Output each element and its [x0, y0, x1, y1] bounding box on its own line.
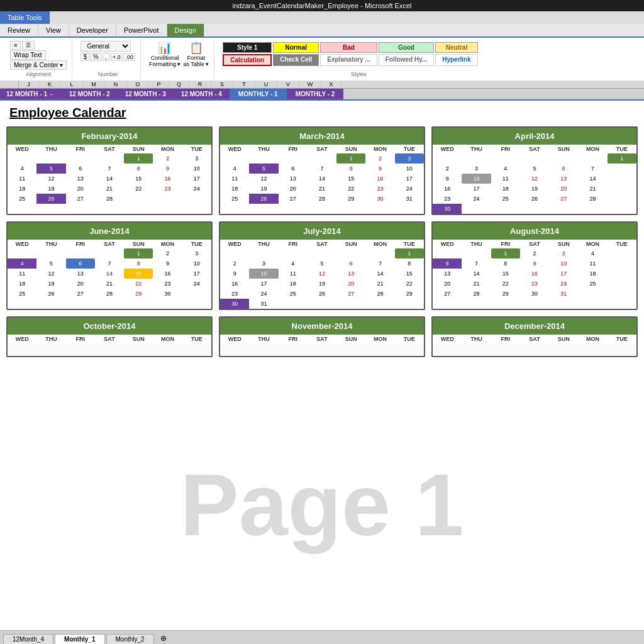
review-tab[interactable]: Review: [0, 24, 38, 36]
align-center-btn[interactable]: ☰: [22, 41, 35, 50]
jul-days-header: WED THU FRI SAT SUN MON TUE: [220, 240, 424, 248]
col-U: U: [255, 80, 277, 88]
feb-d24: 24: [182, 184, 211, 194]
feb-d26: 26: [36, 194, 65, 204]
col-T: T: [233, 80, 255, 88]
sheet-tab-12month4[interactable]: 12Month_4: [3, 634, 53, 644]
middle-calendars-grid: June-2014 WED THU FRI SAT SUN MON TUE 1 …: [6, 221, 638, 310]
bottom-calendars-grid: October-2014 WED THU FRI SAT SUN MON TUE…: [6, 316, 638, 357]
dec-header: December-2014: [433, 318, 636, 335]
feb-d23: 23: [153, 184, 182, 194]
feb-d2: 2: [153, 153, 182, 164]
feb-d00: [36, 153, 65, 164]
apr-body: 1 2 3 4 5 6 7 9 10 11 12 13 14 16 17 18 …: [433, 153, 636, 214]
oct-header: October-2014: [8, 318, 211, 335]
table-tools-tab[interactable]: Table Tools: [0, 11, 50, 24]
feb-d7: 7: [95, 164, 124, 174]
feb-d28: 28: [95, 194, 124, 204]
style-neutral-cell[interactable]: Neutral: [435, 42, 478, 53]
feb-d0: [8, 153, 36, 164]
nov-body: [220, 343, 424, 356]
styles-group: Style 1 Normal Bad Good Neutral Calculat…: [218, 40, 499, 79]
number-label: Number: [98, 71, 118, 77]
style-bad-cell[interactable]: Bad: [320, 42, 377, 53]
jun-days-header: WED THU FRI SAT SUN MON TUE: [8, 240, 211, 248]
style-followed-cell[interactable]: Followed Hy...: [379, 54, 434, 66]
mar-days-header: WED THU FRI SAT SUN MON TUE: [220, 145, 424, 153]
feb-tue: TUE: [182, 145, 211, 153]
calendar-december: December-2014 WED THU FRI SAT SUN MON TU…: [431, 316, 638, 357]
wrap-text-btn[interactable]: Wrap Text: [10, 50, 46, 60]
style-calc-cell[interactable]: Calculation: [223, 54, 272, 66]
jul-header: July-2014: [220, 223, 424, 240]
feb-d27: 27: [66, 194, 95, 204]
feb-d21: 21: [95, 184, 124, 194]
ribbon-nav-tabs: Review View Developer PowerPivot Design: [0, 24, 644, 36]
tab-12month3[interactable]: 12 MONTH - 3: [118, 89, 174, 99]
design-tab[interactable]: Design: [167, 24, 204, 36]
feb-d20: 20: [66, 184, 95, 194]
sheet-tab-monthly1[interactable]: Monthly_1: [55, 634, 104, 644]
style-explanatory-cell[interactable]: Explanatory ...: [320, 54, 377, 66]
feb-d6: 6: [66, 164, 95, 174]
col-Q: Q: [169, 80, 189, 88]
col-X: X: [321, 80, 341, 88]
tab-monthly1[interactable]: MONTHLY - 1: [230, 89, 287, 99]
sheet-tab-add[interactable]: ⊕: [157, 633, 170, 644]
merge-center-btn[interactable]: Merge & Center ▾: [10, 60, 67, 70]
calendar-june: June-2014 WED THU FRI SAT SUN MON TUE 1 …: [6, 221, 213, 310]
powerpivot-tab[interactable]: PowerPivot: [116, 24, 167, 36]
sheet-nav-tabs: 12 MONTH - 1 ← 12 MONTH - 2 12 MONTH - 3…: [0, 89, 644, 101]
calendar-october: October-2014 WED THU FRI SAT SUN MON TUE: [6, 316, 213, 357]
view-tab[interactable]: View: [38, 24, 69, 36]
feb-d10: 10: [182, 164, 211, 174]
feb-d8: 8: [124, 164, 153, 174]
tab-12month1[interactable]: 12 MONTH - 1 ←: [0, 89, 62, 99]
feb-thu: THU: [36, 145, 65, 153]
feb-d22: 22: [124, 184, 153, 194]
feb-pad3: [182, 194, 211, 204]
tab-12month2[interactable]: 12 MONTH - 2: [62, 89, 118, 99]
style-normal-cell[interactable]: Normal: [273, 42, 319, 53]
col-L: L: [61, 80, 83, 88]
calendar-august: August-2014 WED THU FRI SAT SUN MON TUE …: [431, 221, 638, 310]
row-num-header: [0, 80, 19, 88]
feb-body: 1 2 3 4 5 6 7 8 9 10 11 12 13 14 15 16 1…: [8, 153, 211, 214]
style-hyperlink-cell[interactable]: Hyperlink: [435, 54, 478, 66]
page-title: Employee Calendar: [6, 106, 638, 120]
calendar-november: November-2014 WED THU FRI SAT SUN MON TU…: [219, 316, 425, 357]
feb-d3: 3: [182, 153, 211, 164]
feb-d000: [66, 153, 95, 164]
feb-d11: 11: [8, 174, 36, 184]
dec-body: [433, 343, 636, 356]
feb-days-header: WED THU FRI SAT SUN MON TUE: [8, 145, 211, 153]
feb-d5: 5: [36, 164, 65, 174]
feb-d19: 19: [36, 184, 65, 194]
feb-pad4: [8, 204, 36, 214]
calendar-july: July-2014 WED THU FRI SAT SUN MON TUE 1 …: [219, 221, 425, 310]
jun-header: June-2014: [8, 223, 211, 240]
feb-d1: 1: [124, 153, 153, 164]
oct-body: [8, 343, 211, 356]
feb-mon: MON: [153, 145, 182, 153]
tab-12month4[interactable]: 12 MONTH - 4: [174, 89, 230, 99]
tab-monthly2[interactable]: MONTHLY - 2: [287, 89, 344, 99]
feb-d18: 18: [8, 184, 36, 194]
aug-days-header: WED THU FRI SAT SUN MON TUE: [433, 240, 636, 248]
style-check-cell[interactable]: Check Cell: [273, 54, 319, 66]
feb-pad1: [124, 194, 153, 204]
developer-tab[interactable]: Developer: [69, 24, 116, 36]
sheet-tab-monthly2[interactable]: Monthly_2: [106, 634, 154, 644]
mar-body: 1 2 3 4 5 6 7 8 9 10 11 12 13 14 15 16 1…: [220, 153, 424, 214]
apr-days-header: WED THU FRI SAT SUN MON TUE: [433, 145, 636, 153]
top-calendars-grid: February-2014 WED THU FRI SAT SUN MON TU…: [6, 126, 638, 215]
align-left-btn[interactable]: ≡: [10, 41, 21, 50]
style-good-cell[interactable]: Good: [379, 42, 434, 53]
style-1-cell[interactable]: Style 1: [223, 42, 272, 53]
col-V: V: [277, 80, 299, 88]
feb-d13: 13: [66, 174, 95, 184]
col-R: R: [189, 80, 211, 88]
number-format-select[interactable]: General: [80, 41, 131, 52]
feb-d25: 25: [8, 194, 36, 204]
ribbon-tabs-row: Table Tools: [0, 11, 644, 24]
